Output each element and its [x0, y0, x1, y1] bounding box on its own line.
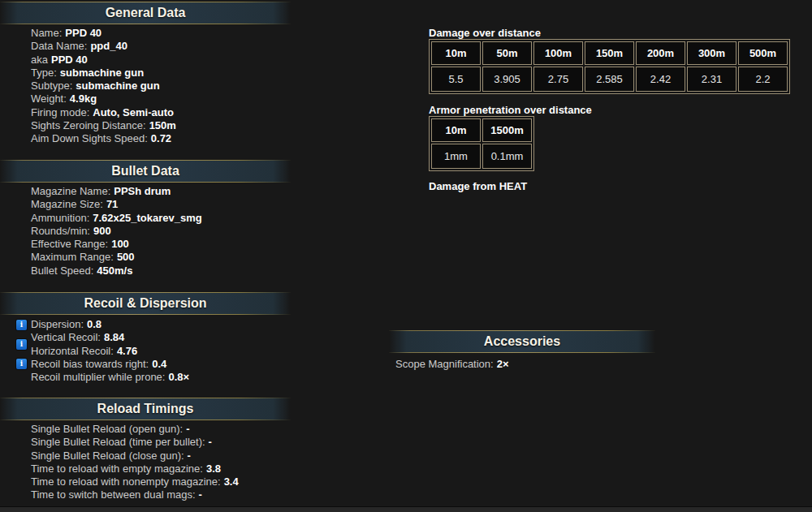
- stat-value: 71: [106, 198, 118, 210]
- stat-value: 8.84: [104, 331, 124, 343]
- stat-row: Magazine Name:PPSh drum: [31, 185, 202, 198]
- stat-row: akaPPD 40: [31, 54, 176, 67]
- stat-label: Single Bullet Reload (open gun):: [31, 423, 183, 435]
- stat-value: -: [188, 450, 191, 462]
- stat-value: 3.4: [224, 475, 239, 488]
- table-cell: 2.2: [738, 67, 788, 92]
- stat-row: Subtype:submachine gun: [31, 80, 176, 93]
- table-cell: 2.31: [687, 67, 736, 92]
- stat-value: 0.4: [152, 358, 166, 370]
- stat-label: Weight:: [31, 93, 67, 105]
- table-cell: 2.42: [636, 67, 685, 92]
- stat-label: Name:: [31, 27, 62, 39]
- section-header-general: General Data: [0, 2, 291, 24]
- stat-value: PPD 40: [65, 27, 102, 39]
- info-icon[interactable]: i: [16, 339, 27, 350]
- table-value-row: 5.5 3.905 2.75 2.585 2.42 2.31 2.2: [431, 67, 788, 92]
- stat-label: Magazine Size:: [31, 198, 103, 210]
- bottom-divider: [0, 506, 812, 512]
- table-header-cell: 50m: [482, 41, 532, 65]
- stat-label: Rounds/min:: [31, 225, 90, 237]
- stat-row: Time to reload with nonempty magazine:3.…: [31, 475, 239, 488]
- stat-row: Ammunition:7.62x25_tokarev_smg: [31, 212, 202, 225]
- stat-value: 150m: [149, 119, 176, 131]
- stat-row: Dispersion:0.8: [31, 318, 189, 331]
- table-header-cell: 100m: [533, 41, 583, 65]
- table-header-cell: 200m: [636, 41, 685, 65]
- table-header-cell: 150m: [585, 41, 634, 65]
- stat-value: 7.62x25_tokarev_smg: [93, 212, 201, 224]
- armor-penetration-table: 10m 1500m 1mm 0.1mm: [429, 116, 534, 171]
- stat-label: Subtype:: [31, 80, 72, 92]
- stat-row: Maximum Range:500: [31, 251, 202, 264]
- heat-damage-title: Damage from HEAT: [429, 180, 527, 192]
- stat-row: Weight:4.9kg: [31, 93, 176, 105]
- table-header-cell: 10m: [431, 41, 481, 65]
- stat-row: Vertical Recoil:8.84: [31, 331, 189, 344]
- table-header-cell: 300m: [687, 41, 736, 65]
- stat-value: ppd_40: [90, 40, 127, 52]
- stat-value: submachine gun: [60, 67, 144, 79]
- stat-label: Recoil bias towards right:: [31, 358, 149, 370]
- section-header-reload: Reload Timings: [0, 398, 291, 420]
- stat-label: Ammunition:: [31, 212, 89, 224]
- stat-row: Single Bullet Reload (open gun):-: [31, 423, 239, 436]
- table-cell: 0.1mm: [482, 144, 532, 169]
- stat-value: PPD 40: [51, 54, 88, 66]
- section-header-recoil: Recoil & Dispersion: [0, 292, 291, 315]
- stat-value: 0.8×: [168, 371, 189, 383]
- stat-row: Aim Down Sights Speed:0.72: [31, 132, 176, 145]
- recoil-dispersion-rows: Dispersion:0.8 Vertical Recoil:8.84 Hori…: [31, 318, 189, 384]
- bullet-data-rows: Magazine Name:PPSh drum Magazine Size:71…: [31, 185, 202, 278]
- damage-over-distance-table: 10m 50m 100m 150m 200m 300m 500m 5.5 3.9…: [429, 39, 790, 94]
- table-cell: 3.905: [482, 67, 532, 92]
- stat-row: Recoil multiplier while prone:0.8×: [31, 371, 189, 384]
- stat-row: Type:submachine gun: [31, 67, 176, 80]
- table-header-cell: 10m: [431, 118, 481, 142]
- stat-row: Rounds/min:900: [31, 225, 202, 238]
- damage-table-title: Damage over distance: [429, 27, 541, 39]
- stat-row: Sights Zeroing Distance:150m: [31, 119, 176, 132]
- stat-value: PPSh drum: [114, 185, 171, 197]
- stat-label: Sights Zeroing Distance:: [31, 119, 146, 131]
- stat-label: Magazine Name:: [31, 185, 110, 197]
- info-icon[interactable]: i: [16, 359, 27, 369]
- table-cell: 5.5: [431, 67, 481, 92]
- stat-value: 4.9kg: [70, 93, 97, 105]
- table-header-cell: 500m: [738, 41, 788, 65]
- accessories-rows: Scope Magnification:2×: [395, 358, 509, 371]
- stat-row: Effective Range:100: [31, 238, 202, 251]
- stat-label: Time to reload with empty magazine:: [31, 463, 203, 475]
- stat-value: 0.8: [87, 318, 102, 330]
- stat-label: Type:: [31, 67, 57, 79]
- stat-label: Single Bullet Reload (close gun):: [31, 450, 184, 462]
- stat-label: Data Name:: [31, 40, 87, 52]
- stat-value: 4.76: [117, 345, 137, 357]
- stat-value: 500: [117, 251, 135, 263]
- table-header-cell: 1500m: [482, 118, 532, 142]
- general-data-rows: Name:PPD 40 Data Name:ppd_40 akaPPD 40 T…: [31, 27, 176, 146]
- table-cell: 2.585: [585, 67, 634, 92]
- stat-value: 100: [111, 238, 129, 250]
- stat-row: Time to reload with empty magazine:3.8: [31, 463, 239, 475]
- stat-value: -: [186, 423, 189, 435]
- stat-value: 3.8: [206, 463, 221, 475]
- stat-value: submachine gun: [76, 80, 159, 92]
- stat-label: aka: [31, 54, 48, 66]
- stat-row: Horizontal Recoil:4.76: [31, 345, 189, 358]
- stat-label: Time to switch between dual mags:: [31, 488, 196, 501]
- stat-row: Single Bullet Reload (time per bullet):-: [31, 436, 239, 449]
- stat-label: Firing mode:: [31, 106, 89, 118]
- stat-row: Scope Magnification:2×: [395, 358, 509, 371]
- armor-table-title: Armor penetration over distance: [429, 104, 592, 116]
- stat-value: Auto, Semi-auto: [93, 106, 174, 118]
- stat-row: Recoil bias towards right:0.4: [31, 358, 189, 371]
- stat-label: Maximum Range:: [31, 251, 114, 263]
- stat-row: Name:PPD 40: [31, 27, 176, 40]
- stat-label: Dispersion:: [31, 318, 84, 330]
- stat-value: 2×: [497, 358, 509, 370]
- stat-label: Single Bullet Reload (time per bullet):: [31, 436, 205, 448]
- info-icon[interactable]: i: [16, 320, 27, 330]
- stat-value: 0.72: [151, 132, 171, 144]
- table-header-row: 10m 50m 100m 150m 200m 300m 500m: [431, 41, 788, 65]
